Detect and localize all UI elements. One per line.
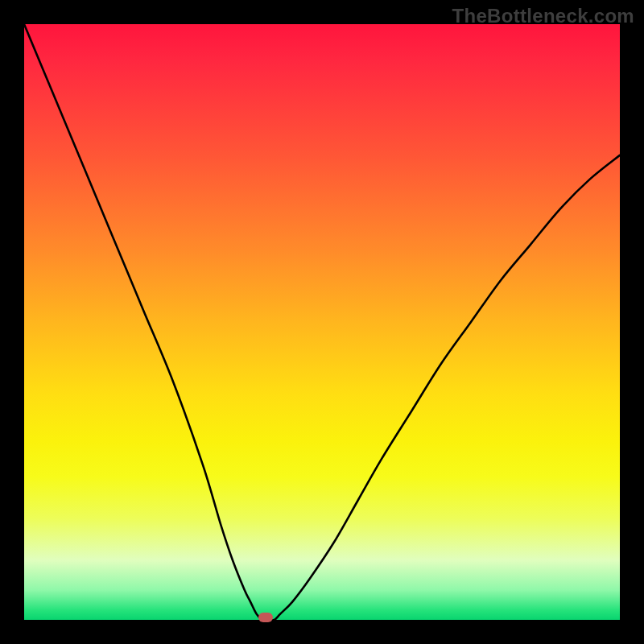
bottleneck-curve [24, 24, 620, 620]
plot-area [24, 24, 620, 620]
curve-path [24, 24, 620, 620]
optimal-marker [258, 613, 273, 622]
chart-frame: TheBottleneck.com [0, 0, 644, 644]
